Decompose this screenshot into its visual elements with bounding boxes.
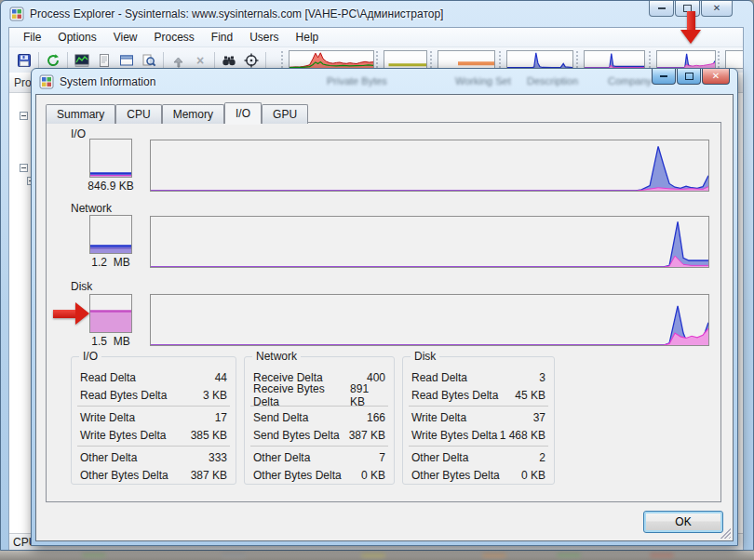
- stat-label: Read Bytes Delta: [411, 389, 498, 402]
- toolbar-separator: [163, 52, 164, 69]
- stat-label: Other Delta: [80, 451, 137, 464]
- dialog-maximize-button[interactable]: [677, 69, 701, 85]
- refresh-icon: [46, 53, 61, 68]
- stat-value: 333: [209, 451, 227, 464]
- toolbar-grip[interactable]: [649, 51, 653, 68]
- dialog-title: System Information: [60, 75, 155, 88]
- menu-file[interactable]: File: [15, 29, 49, 46]
- tab-cpu[interactable]: CPU: [115, 104, 161, 124]
- network-section-label: Network: [71, 202, 112, 215]
- app-icon: [39, 74, 54, 89]
- save-button[interactable]: [13, 50, 35, 71]
- arrow-head: [680, 30, 701, 44]
- network-stats-group: Network Receive Delta400 Receive Bytes D…: [244, 356, 395, 485]
- system-information-icon: [74, 53, 89, 68]
- stat-row: Read Delta3: [403, 368, 554, 386]
- taskbar-hint: [650, 553, 674, 558]
- network-history-graph: [150, 216, 709, 268]
- tab-gpu[interactable]: GPU: [262, 104, 308, 124]
- stat-label: Send Delta: [253, 411, 308, 424]
- stat-row: Other Bytes Delta0 KB: [403, 466, 554, 484]
- annotation-arrow-right: [53, 302, 89, 326]
- toolbar-disk-graph[interactable]: [656, 50, 716, 69]
- toolbar-network-graph[interactable]: [584, 50, 645, 69]
- stat-separator: [409, 446, 548, 447]
- io-tab-page: I/O 846.9 KB Network 1.2 MB Disk 1.5 MB …: [46, 122, 721, 502]
- stat-value: 387 KB: [349, 429, 385, 442]
- stat-row: Other Bytes Delta387 KB: [72, 466, 236, 484]
- ok-button[interactable]: OK: [643, 511, 723, 533]
- menu-process[interactable]: Process: [146, 29, 203, 46]
- toolbar-grip[interactable]: [499, 51, 504, 68]
- arrow-shaft: [53, 310, 76, 318]
- stat-value: 7: [379, 451, 385, 464]
- stat-label: Send Bytes Delta: [253, 429, 340, 442]
- app-icon: [9, 7, 24, 21]
- menu-users[interactable]: Users: [241, 29, 287, 46]
- toolbar-cpu-graph[interactable]: [289, 50, 374, 69]
- stat-label: Other Delta: [253, 451, 310, 464]
- stat-value: 37: [533, 411, 545, 424]
- stat-separator: [77, 406, 230, 407]
- toolbar-io-graph[interactable]: [506, 50, 573, 69]
- tree-expander[interactable]: [20, 164, 28, 172]
- tab-summary[interactable]: Summary: [46, 104, 115, 124]
- tab-strip: Summary CPU Memory I/O GPU: [46, 103, 308, 124]
- stat-value: 1 468 KB: [500, 429, 545, 442]
- stat-label: Write Delta: [411, 411, 466, 424]
- toolbar-grip[interactable]: [430, 51, 435, 68]
- stat-label: Read Delta: [80, 371, 136, 384]
- stat-label: Write Delta: [80, 411, 135, 424]
- disk-stats-title: Disk: [411, 350, 439, 363]
- tab-memory[interactable]: Memory: [162, 104, 224, 124]
- stat-row: Write Bytes Delta385 KB: [72, 426, 236, 444]
- stat-row: Send Delta166: [245, 408, 394, 426]
- stat-separator: [250, 446, 388, 447]
- menu-help[interactable]: Help: [288, 29, 328, 46]
- stat-row: Read Delta44: [72, 368, 236, 386]
- stat-row: Write Delta37: [403, 408, 554, 426]
- minimize-button[interactable]: [649, 1, 674, 17]
- toolbar-gpu-graph[interactable]: [725, 50, 743, 69]
- toolbar-grip[interactable]: [376, 51, 381, 68]
- tab-io[interactable]: I/O: [224, 102, 262, 124]
- close-button[interactable]: ✕: [701, 1, 733, 17]
- annotation-arrow-down: [680, 11, 701, 44]
- taskbar-hint: [361, 553, 385, 558]
- network-stats-title: Network: [252, 350, 301, 363]
- dialog-close-button[interactable]: ✕: [702, 69, 730, 85]
- tree-expander[interactable]: [20, 112, 28, 120]
- stat-label: Read Delta: [411, 371, 467, 384]
- dialog-minimize-button[interactable]: [652, 69, 676, 85]
- stat-label: Write Bytes Delta: [411, 429, 497, 442]
- save-icon: [17, 53, 32, 68]
- stat-value: 0 KB: [361, 469, 385, 482]
- menu-options[interactable]: Options: [49, 29, 104, 46]
- ghost-header-description: Description: [527, 75, 578, 87]
- stat-value: 3 KB: [203, 389, 227, 402]
- disk-current-graph: [89, 294, 132, 333]
- network-current-graph: [89, 215, 132, 254]
- stat-separator: [77, 446, 230, 447]
- io-current-graph: [89, 139, 132, 178]
- stat-row: Read Bytes Delta3 KB: [72, 386, 236, 404]
- io-stats-group: I/O Read Delta44 Read Bytes Delta3 KB Wr…: [71, 356, 236, 485]
- toolbar-grip[interactable]: [718, 51, 722, 68]
- stat-value: 3: [539, 371, 545, 384]
- io-current-value: 846.9 KB: [74, 180, 147, 193]
- menu-find[interactable]: Find: [203, 29, 241, 46]
- toolbar-separator: [265, 52, 266, 69]
- screenshot-root: Process Explorer - Sysinternals: www.sys…: [0, 0, 754, 560]
- toolbar-physical-memory-graph[interactable]: [438, 50, 495, 69]
- resize-grip[interactable]: [719, 527, 731, 539]
- toolbar-grip[interactable]: [281, 51, 286, 68]
- menu-view[interactable]: View: [105, 29, 146, 46]
- toolbar-grip[interactable]: [576, 51, 581, 68]
- stat-value: 385 KB: [191, 429, 227, 442]
- stat-row: Other Delta7: [245, 448, 394, 466]
- stat-value: 0 KB: [521, 469, 545, 482]
- toolbar-separator: [38, 52, 39, 69]
- toolbar-commit-graph[interactable]: [384, 50, 427, 69]
- network-current-value: 1.2 MB: [74, 256, 147, 269]
- disk-current-value: 1.5 MB: [74, 335, 147, 348]
